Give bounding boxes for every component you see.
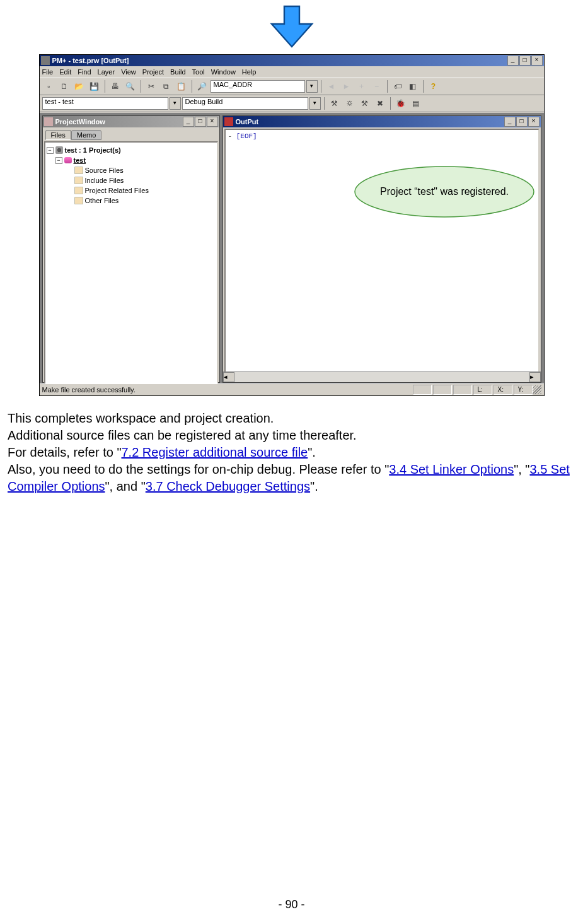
maximize-button[interactable]: □ xyxy=(519,56,531,66)
statusbar: Make file created successfully. L: X: Y: xyxy=(40,383,544,395)
workspace-icon xyxy=(55,146,63,154)
text-run: For details, refer to " xyxy=(8,445,122,459)
build-config-select[interactable]: Debug Build xyxy=(182,97,308,110)
status-X: X: xyxy=(494,385,512,395)
link-3-4[interactable]: 3.4 Set Linker Options xyxy=(389,462,514,476)
expand-icon[interactable]: − xyxy=(55,157,62,164)
menubar: File Edit Find Layer View Project Build … xyxy=(40,66,544,78)
output-dash: - xyxy=(228,132,233,140)
outwin-max-button[interactable]: □ xyxy=(516,117,528,127)
menu-project[interactable]: Project xyxy=(142,68,164,76)
output-hscrollbar[interactable]: ◂ ▸ xyxy=(223,371,541,382)
build-icon[interactable]: ⚒ xyxy=(328,96,342,110)
projwin-close-button[interactable]: × xyxy=(207,117,218,127)
link-3-7[interactable]: 3.7 Check Debugger Settings xyxy=(146,479,310,493)
menu-tool[interactable]: Tool xyxy=(192,68,205,76)
project-icon xyxy=(64,157,72,163)
output-window-icon xyxy=(224,117,233,126)
tab-memo[interactable]: Memo xyxy=(71,130,102,140)
menu-find[interactable]: Find xyxy=(78,68,91,76)
output-eof: [EOF] xyxy=(236,132,257,140)
search-combo-drop[interactable]: ▾ xyxy=(306,80,318,93)
paragraph: Additional source files can be registere… xyxy=(8,427,578,444)
menu-build[interactable]: Build xyxy=(170,68,185,76)
open-icon[interactable]: 📂 xyxy=(72,79,86,93)
new-file-icon[interactable]: ▫ xyxy=(42,79,56,93)
menu-edit[interactable]: Edit xyxy=(59,68,71,76)
scroll-right-icon[interactable]: ▸ xyxy=(529,372,541,382)
nav-up-icon[interactable]: + xyxy=(355,79,369,93)
down-arrow-graphic xyxy=(0,0,583,52)
build-all-icon[interactable]: ⚒ xyxy=(358,96,372,110)
minimize-button[interactable]: _ xyxy=(507,56,519,66)
tool-a-icon[interactable]: 🏷 xyxy=(391,79,405,93)
find-icon[interactable]: 🔎 xyxy=(195,79,209,93)
callout-text: Project “test" was registered. xyxy=(353,164,536,219)
tree-folder[interactable]: Source Files xyxy=(74,165,216,175)
status-message: Make file created successfully. xyxy=(42,386,412,394)
mdi-workarea: ProjectWindow _ □ × Files Memo − test xyxy=(40,113,544,384)
stop-build-icon[interactable]: ✖ xyxy=(373,96,387,110)
resize-grip-icon[interactable] xyxy=(533,385,541,394)
page-number: - 90 - xyxy=(0,898,583,911)
print-icon[interactable]: 🖶 xyxy=(108,79,122,93)
projwin-max-button[interactable]: □ xyxy=(195,117,206,127)
project-select-drop[interactable]: ▾ xyxy=(170,97,181,110)
projwin-min-button[interactable]: _ xyxy=(183,117,194,127)
help-icon[interactable]: ? xyxy=(427,79,441,93)
copy-icon[interactable]: ⧉ xyxy=(159,79,173,93)
save-icon[interactable]: 💾 xyxy=(88,79,101,93)
text-run: ". xyxy=(308,445,316,459)
menu-view[interactable]: View xyxy=(121,68,136,76)
menu-window[interactable]: Window xyxy=(211,68,236,76)
nav-fwd-icon[interactable]: ► xyxy=(340,79,354,93)
search-combo[interactable]: MAC_ADDR xyxy=(211,80,305,93)
download-icon[interactable]: ▤ xyxy=(409,96,423,110)
status-cell xyxy=(413,385,432,395)
build-config-drop[interactable]: ▾ xyxy=(309,97,321,110)
debug-icon[interactable]: 🐞 xyxy=(394,96,408,110)
tool-b-icon[interactable]: ◧ xyxy=(406,79,420,93)
expand-icon[interactable]: − xyxy=(47,147,54,154)
tab-files[interactable]: Files xyxy=(45,130,71,140)
outwin-close-button[interactable]: × xyxy=(528,117,540,127)
text-run: ", " xyxy=(514,462,529,476)
outwin-min-button[interactable]: _ xyxy=(504,117,516,127)
paste-icon[interactable]: 📋 xyxy=(175,79,188,93)
menu-help[interactable]: Help xyxy=(242,68,257,76)
main-titlebar: PM+ - test.prw [OutPut] _ □ × xyxy=(40,55,544,66)
link-7-2[interactable]: 7.2 Register additional source file xyxy=(122,445,308,459)
folder-icon xyxy=(74,177,83,184)
scroll-left-icon[interactable]: ◂ xyxy=(223,372,234,382)
nav-back-icon[interactable]: ◄ xyxy=(325,79,338,93)
tree-root-label: test : 1 Project(s) xyxy=(65,146,121,154)
tree-root[interactable]: − test : 1 Project(s) xyxy=(47,145,216,155)
cut-icon[interactable]: ✂ xyxy=(144,79,158,93)
status-cell xyxy=(433,385,452,395)
app-icon xyxy=(41,56,50,65)
menu-file[interactable]: File xyxy=(42,68,54,76)
new-doc-icon[interactable]: 🗋 xyxy=(57,79,71,93)
tree-folder[interactable]: Project Related Files xyxy=(74,185,216,196)
body-text: This completes workspace and project cre… xyxy=(0,396,583,495)
project-window-icon xyxy=(44,117,53,126)
project-window-title: ProjectWindow xyxy=(55,118,183,126)
callout-bubble: Project “test" was registered. xyxy=(353,164,536,219)
nav-down-icon[interactable]: − xyxy=(370,79,384,93)
close-button[interactable]: × xyxy=(531,56,543,66)
paragraph: Also, you need to do the settings for on… xyxy=(8,461,578,495)
tree-project[interactable]: − test xyxy=(55,155,216,165)
print-preview-icon[interactable]: 🔍 xyxy=(124,79,137,93)
tree-folder-label: Source Files xyxy=(85,167,124,174)
rebuild-icon[interactable]: ⛭ xyxy=(343,96,357,110)
paragraph: For details, refer to "7.2 Register addi… xyxy=(8,444,578,461)
pm-plus-screenshot: PM+ - test.prw [OutPut] _ □ × File Edit … xyxy=(39,54,545,396)
project-select[interactable]: test - test xyxy=(42,97,168,110)
text-run: ". xyxy=(310,479,318,493)
text-run: Also, you need to do the settings for on… xyxy=(8,462,389,476)
menu-layer[interactable]: Layer xyxy=(98,68,115,76)
tree-folder[interactable]: Other Files xyxy=(74,196,216,206)
tree-folder[interactable]: Include Files xyxy=(74,175,216,185)
project-tree[interactable]: − test : 1 Project(s) − test Source File… xyxy=(44,141,218,389)
scroll-track[interactable] xyxy=(234,372,529,382)
